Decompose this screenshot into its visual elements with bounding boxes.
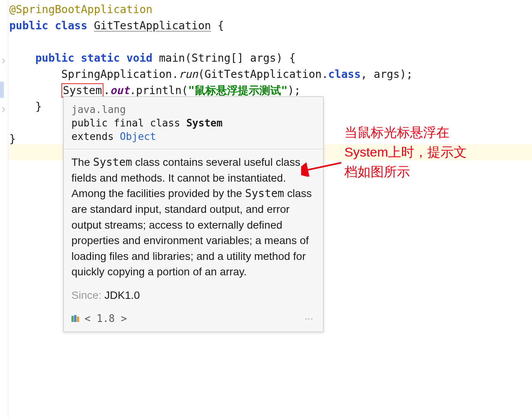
code-line: SpringApplication.run(GitTestApplication… — [9, 66, 532, 83]
more-options-icon[interactable]: ⋮ — [303, 315, 315, 322]
doc-class-name: System — [186, 117, 222, 129]
annotation-arrow-icon — [301, 160, 344, 177]
svg-rect-0 — [71, 316, 74, 322]
doc-signature: java.lang public final class System exte… — [64, 97, 323, 149]
annotation-note: 当鼠标光标悬浮在System上时，提示文档如图所示 — [344, 123, 476, 182]
library-icon — [71, 314, 81, 323]
doc-body: The System class contains several useful… — [64, 149, 323, 308]
documentation-popup[interactable]: java.lang public final class System exte… — [63, 96, 324, 332]
code-line: public class GitTestApplication { — [9, 18, 532, 34]
svg-line-3 — [305, 163, 341, 170]
field-out: out — [110, 84, 130, 97]
doc-package: java.lang — [71, 103, 315, 116]
svg-rect-2 — [77, 317, 79, 322]
jdk-version-nav[interactable]: < 1.8 > — [85, 311, 127, 326]
doc-superclass-link[interactable]: Object — [120, 131, 156, 142]
code-line — [9, 34, 532, 50]
string-literal: "鼠标悬浮提示测试" — [188, 84, 288, 97]
code-line: @SpringBootApplication — [9, 2, 532, 18]
annotation: @SpringBootApplication — [9, 3, 152, 16]
svg-rect-1 — [74, 315, 76, 322]
doc-footer: < 1.8 > ⋮ — [64, 309, 323, 332]
class-name: GitTestApplication — [94, 19, 211, 32]
code-line: public static void main(String[] args) { — [9, 50, 532, 66]
doc-since: Since: JDK1.0 — [71, 288, 315, 303]
hover-target-system[interactable]: System — [61, 83, 103, 98]
